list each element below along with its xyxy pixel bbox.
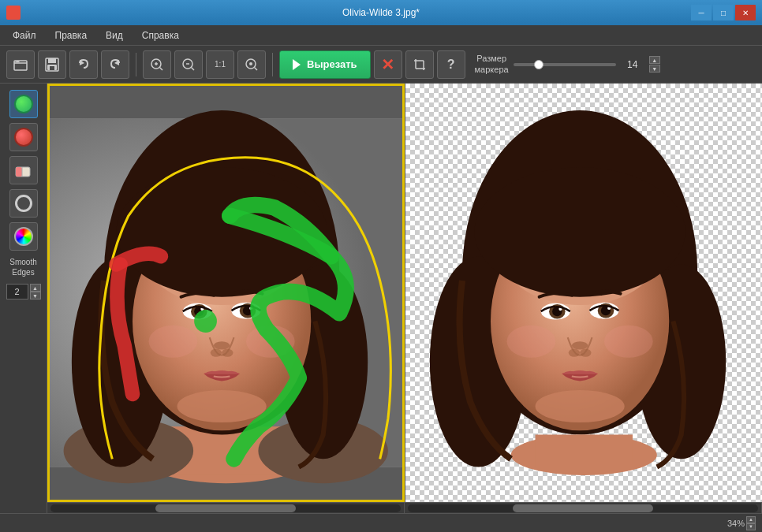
marker-slider-thumb: [534, 60, 543, 69]
cancel-button[interactable]: ✕: [374, 50, 402, 79]
color-tool[interactable]: [9, 222, 38, 251]
scrollbar-area: [47, 502, 762, 513]
svg-point-45: [211, 348, 222, 356]
marker-size-section: Размермаркера 14 ▲ ▼: [475, 54, 660, 74]
svg-point-50: [194, 310, 217, 333]
circle-tool[interactable]: [9, 189, 38, 218]
marker-value: 14: [621, 59, 644, 70]
zoom-fit-button[interactable]: [237, 50, 266, 79]
menu-edit[interactable]: Правка: [46, 28, 97, 43]
save-button[interactable]: [38, 50, 66, 79]
svg-point-72: [506, 326, 555, 358]
right-scrollbar-thumb[interactable]: [513, 504, 653, 512]
svg-point-16: [249, 62, 252, 65]
zoom-in-icon: [149, 57, 165, 73]
help-button[interactable]: ?: [437, 50, 465, 79]
marker-size-label: Размермаркера: [475, 54, 509, 74]
svg-rect-22: [16, 167, 22, 177]
svg-rect-56: [535, 434, 632, 467]
smooth-edges-input[interactable]: 2: [6, 284, 28, 299]
undo-button[interactable]: [69, 50, 98, 79]
canvas-area: [47, 84, 762, 513]
play-icon: [293, 59, 301, 70]
menu-view[interactable]: Вид: [96, 28, 133, 43]
zoom-increment[interactable]: ▲: [746, 516, 756, 523]
toolbar-separator-1: [136, 53, 136, 76]
right-panel-image: [405, 84, 763, 502]
zoom-out-button[interactable]: [174, 50, 203, 79]
right-scrollbar[interactable]: [408, 504, 758, 512]
zoom-out-icon: [181, 57, 196, 73]
svg-point-68: [571, 341, 588, 349]
marker-increment-button[interactable]: ▲: [649, 56, 660, 64]
toolbar: 1:1 Вырезать ✕ ? Размермаркера 14 ▲: [0, 46, 762, 84]
svg-point-44: [214, 341, 230, 349]
remove-background-tool[interactable]: [9, 123, 38, 151]
redo-icon: [107, 57, 123, 73]
smooth-edges-increment[interactable]: ▲: [30, 284, 41, 292]
toolbar-separator-2: [272, 53, 273, 76]
smooth-edges-control: 2 ▲ ▼: [6, 284, 41, 299]
redo-button[interactable]: [101, 50, 129, 79]
close-button[interactable]: ✕: [735, 5, 756, 20]
eraser-icon: [14, 161, 33, 180]
zoom-decrement[interactable]: ▼: [746, 523, 756, 530]
zoom-100-button[interactable]: 1:1: [206, 50, 234, 79]
window-controls: ─ □ ✕: [691, 5, 756, 20]
help-icon: ?: [447, 58, 455, 72]
minimize-button[interactable]: ─: [691, 5, 712, 20]
canvas-panels: [47, 84, 762, 502]
left-panel[interactable]: [47, 84, 405, 502]
svg-point-48: [149, 326, 198, 358]
left-toolbar: SmoothEdges 2 ▲ ▼: [0, 84, 47, 513]
cancel-icon: ✕: [381, 55, 394, 74]
zoom-spinners: ▲ ▼: [746, 516, 756, 530]
svg-point-69: [568, 348, 579, 356]
save-icon: [44, 57, 60, 73]
run-button[interactable]: Вырезать: [279, 50, 371, 79]
left-panel-image: [47, 84, 405, 502]
zoom-in-button[interactable]: [143, 50, 171, 79]
svg-point-46: [222, 348, 233, 356]
svg-line-10: [160, 67, 163, 70]
marker-slider[interactable]: [514, 63, 616, 66]
open-icon: [13, 57, 28, 73]
crop-button[interactable]: [405, 50, 434, 79]
right-scrollbar-section: [405, 503, 762, 513]
svg-point-47: [177, 390, 267, 422]
window-title: Olivia-Wilde 3.jpg*: [342, 7, 420, 18]
smooth-edges-spinners: ▲ ▼: [30, 284, 41, 299]
run-label: Вырезать: [307, 58, 357, 70]
eraser-tool[interactable]: [9, 156, 38, 184]
open-button[interactable]: [6, 50, 35, 79]
add-foreground-icon: [14, 95, 33, 113]
color-wheel-icon: [14, 227, 33, 246]
right-panel[interactable]: [405, 84, 763, 502]
circle-icon: [15, 195, 32, 212]
title-bar: Olivia-Wilde 3.jpg* ─ □ ✕: [0, 0, 762, 25]
svg-line-13: [192, 67, 195, 70]
smooth-edges-decrement[interactable]: ▼: [30, 292, 41, 299]
titlebar-left: [6, 6, 25, 20]
svg-point-59: [474, 167, 685, 297]
svg-point-71: [535, 390, 624, 422]
menu-file[interactable]: Файл: [3, 28, 46, 43]
crop-icon: [413, 58, 427, 72]
menu-help[interactable]: Справка: [133, 28, 189, 43]
left-scrollbar-section: [47, 503, 405, 513]
smooth-edges-label: SmoothEdges: [6, 255, 39, 279]
add-foreground-tool[interactable]: [9, 90, 38, 118]
remove-background-icon: [14, 128, 33, 147]
svg-rect-2: [48, 58, 56, 63]
left-scrollbar[interactable]: [50, 504, 401, 512]
left-scrollbar-thumb[interactable]: [155, 504, 296, 512]
marker-decrement-button[interactable]: ▼: [649, 65, 660, 73]
zoom-level: 34%: [727, 519, 745, 528]
svg-line-15: [255, 67, 258, 70]
marker-spinners: ▲ ▼: [649, 56, 660, 73]
menu-bar: Файл Правка Вид Справка: [0, 25, 762, 46]
svg-point-73: [603, 326, 652, 358]
maximize-button[interactable]: □: [713, 5, 734, 20]
main-area: SmoothEdges 2 ▲ ▼: [0, 84, 762, 513]
status-bar: 34% ▲ ▼: [0, 513, 762, 532]
